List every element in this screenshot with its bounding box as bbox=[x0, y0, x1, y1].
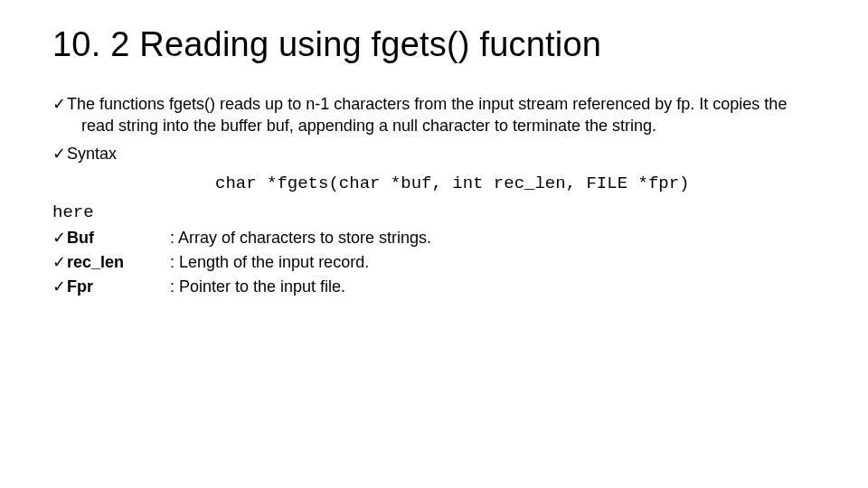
param-row: ✓ Fpr : Pointer to the input file. bbox=[52, 275, 816, 299]
param-row: ✓ Buf : Array of characters to store str… bbox=[52, 226, 816, 250]
check-icon: ✓ bbox=[52, 275, 66, 299]
param-term-fpr: ✓ Fpr bbox=[52, 275, 170, 299]
syntax-code: char *fgets(char *buf, int rec_len, FILE… bbox=[215, 174, 816, 193]
bullet-text-line2: read string into the buffer buf, appendi… bbox=[67, 115, 816, 136]
bullet-text-line1: The functions fgets() reads up to n-1 ch… bbox=[67, 95, 787, 113]
check-icon: ✓ bbox=[52, 250, 66, 275]
param-term-reclen: ✓ rec_len bbox=[52, 250, 170, 275]
param-desc: : Length of the input record. bbox=[170, 250, 816, 275]
check-icon: ✓ bbox=[52, 93, 66, 115]
here-label: here bbox=[52, 202, 816, 222]
check-icon: ✓ bbox=[52, 226, 66, 250]
param-desc: : Array of characters to store strings. bbox=[170, 226, 816, 250]
param-row: ✓ rec_len : Length of the input record. bbox=[52, 250, 816, 275]
param-term-buf: ✓ Buf bbox=[52, 226, 170, 250]
slide-title: 10. 2 Reading using fgets() fucntion bbox=[52, 25, 816, 64]
check-icon: ✓ bbox=[52, 143, 66, 164]
slide: 10. 2 Reading using fgets() fucntion ✓ T… bbox=[0, 0, 868, 488]
syntax-label: Syntax bbox=[67, 145, 117, 163]
param-name: rec_len bbox=[67, 253, 124, 271]
param-desc: : Pointer to the input file. bbox=[170, 275, 816, 299]
bullet-description: ✓ The functions fgets() reads up to n-1 … bbox=[52, 93, 816, 137]
param-name: Fpr bbox=[67, 277, 93, 296]
param-name: Buf bbox=[67, 229, 94, 247]
bullet-syntax: ✓ Syntax bbox=[52, 143, 816, 164]
